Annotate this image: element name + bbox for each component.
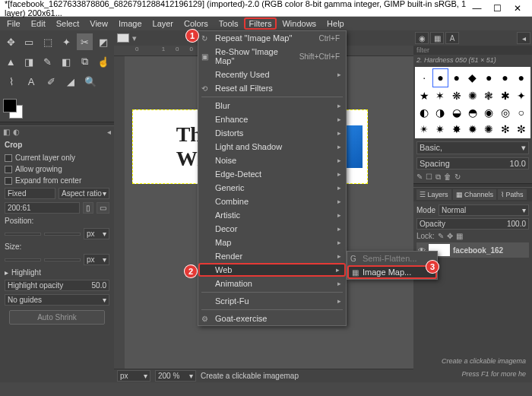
highlight-opacity-slider[interactable]: Highlight opacity50.0 (5, 280, 109, 291)
free-select-tool[interactable]: ⬚ (40, 33, 55, 50)
tool-options: Crop Current layer only Allow growing Ex… (0, 138, 114, 329)
semi-flatten-item[interactable]: GSemi-Flatten... (347, 252, 437, 265)
repeat-item[interactable]: ↻Repeat "Image Map"Ctrl+F (198, 31, 346, 45)
size-w-input[interactable] (5, 258, 41, 261)
reshow-item[interactable]: ▣Re-Show "Image Map"Shift+Ctrl+F (198, 45, 346, 68)
crop-tool[interactable]: ✂ (77, 33, 92, 50)
new-brush-icon[interactable]: ☐ (426, 173, 432, 182)
combine-item[interactable]: Combine▸ (198, 195, 346, 208)
fixed-select[interactable]: Fixed (5, 188, 55, 199)
move-tool[interactable]: ✥ (3, 33, 18, 50)
current-layer-checkbox[interactable] (5, 154, 12, 162)
menu-view[interactable]: View (84, 17, 113, 30)
status-unit[interactable]: px▾ (117, 370, 150, 382)
recent-item[interactable]: Recently Used▸ (198, 68, 346, 81)
allow-grow-checkbox[interactable] (5, 166, 12, 173)
enhance-item[interactable]: Enhance▸ (198, 112, 346, 126)
rect-select-tool[interactable]: ▭ (21, 33, 36, 50)
brush-group-select[interactable]: Basic,▾ (416, 141, 529, 154)
image-tab-menu-icon[interactable]: ▾ (132, 33, 137, 43)
menu-colors[interactable]: Colors (179, 17, 214, 30)
brush-spacing-slider[interactable]: Spacing10.0 (416, 157, 529, 169)
zoom-tool[interactable]: 🔍 (82, 73, 99, 90)
animation-item[interactable]: Animation▸ (198, 277, 346, 290)
decor-item[interactable]: Decor▸ (198, 222, 346, 236)
goat-item[interactable]: ⚙Goat-exercise (198, 312, 346, 325)
menu-tools[interactable]: Tools (214, 17, 244, 30)
expand-center-checkbox[interactable] (5, 177, 12, 185)
edge-item[interactable]: Edge-Detect▸ (198, 167, 346, 181)
light-shadow-item[interactable]: Light and Shadow▸ (198, 140, 346, 154)
ratio-input[interactable]: 200:61 (5, 202, 80, 214)
refresh-brush-icon[interactable]: ↻ (454, 173, 461, 182)
fuzzy-select-tool[interactable]: ✦ (59, 33, 74, 50)
portrait-button[interactable]: ▯ (83, 202, 93, 214)
close-button[interactable]: ✕ (507, 3, 527, 14)
web-item[interactable]: Web▸ (198, 263, 346, 277)
device-tab-icon[interactable]: ◐ (13, 128, 20, 136)
menu-select[interactable]: Select (51, 17, 85, 30)
measure-tool[interactable]: ◢ (62, 73, 79, 90)
menu-image[interactable]: Image (113, 17, 147, 30)
auto-shrink-button[interactable]: Auto Shrink (9, 310, 105, 325)
artistic-item[interactable]: Artistic▸ (198, 208, 346, 222)
size-unit[interactable]: px▾ (84, 254, 109, 265)
path-tool[interactable]: ⌇ (3, 73, 20, 90)
status-zoom[interactable]: 200 %▾ (155, 370, 196, 382)
lock-pixels-icon[interactable]: ✎ (438, 232, 444, 240)
opacity-slider[interactable]: Opacity100.0 (416, 218, 529, 230)
color-swatch[interactable] (0, 96, 114, 122)
menu-windows[interactable]: Windows (277, 17, 321, 30)
smudge-tool[interactable]: ☝ (96, 53, 111, 70)
aspect-select[interactable]: Aspect ratio▾ (59, 188, 109, 199)
patterns-tab[interactable]: ▦ (430, 32, 444, 44)
noise-item[interactable]: Noise▸ (198, 154, 346, 167)
tab-layers[interactable]: ☰ Layers (416, 189, 451, 200)
image-map-item[interactable]: ▦Image Map... (347, 265, 437, 279)
picker-tool[interactable]: ✐ (43, 73, 59, 90)
menu-edit[interactable]: Edit (26, 17, 51, 30)
tab-paths[interactable]: ⌇ Paths (498, 189, 527, 200)
gradient-tool[interactable]: ◨ (21, 53, 36, 70)
lock-alpha-icon[interactable]: ▦ (456, 232, 463, 240)
lock-position-icon[interactable]: ✥ (447, 232, 453, 240)
pos-y-input[interactable] (44, 233, 81, 236)
scriptfu-item[interactable]: Script-Fu▸ (198, 294, 346, 308)
distorts-item[interactable]: Distorts▸ (198, 126, 346, 140)
edit-brush-icon[interactable]: ✎ (416, 173, 423, 182)
del-brush-icon[interactable]: 🗑 (444, 173, 451, 182)
options-tab-icon[interactable]: ◧ (3, 128, 10, 136)
guides-select[interactable]: No guides▾ (5, 294, 109, 306)
tab-channels[interactable]: ▦ Channels (453, 189, 497, 200)
pos-unit[interactable]: px▾ (84, 228, 109, 239)
menu-help[interactable]: Help (321, 17, 350, 30)
minimize-button[interactable]: — (467, 3, 487, 14)
transform-tool[interactable]: ◩ (96, 33, 111, 50)
brush-grid[interactable]: ·●●◆●●● ★✶❋✺❃✱✦ ◐◑◒◓◉◎○ ✴✷✸✹✺✻✼ (415, 67, 530, 138)
pos-x-input[interactable] (5, 233, 41, 236)
maximize-button[interactable]: ☐ (487, 3, 508, 14)
size-h-input[interactable] (44, 258, 81, 261)
tab-menu-icon[interactable]: ◂ (107, 128, 111, 136)
menu-layer[interactable]: Layer (147, 17, 179, 30)
menu-file[interactable]: File (2, 17, 26, 30)
dup-brush-icon[interactable]: ⧉ (435, 173, 441, 182)
generic-item[interactable]: Generic▸ (198, 181, 346, 195)
clone-tool[interactable]: ⧉ (77, 53, 92, 70)
bucket-tool[interactable]: ▲ (3, 53, 18, 70)
map-item[interactable]: Map▸ (198, 236, 346, 249)
render-item[interactable]: Render▸ (198, 249, 346, 263)
blur-item[interactable]: Blur▸ (198, 99, 346, 112)
fonts-tab[interactable]: A (445, 32, 459, 44)
highlight-expand-icon[interactable]: ▸ (5, 268, 8, 277)
menu-filters[interactable]: Filters (244, 17, 277, 30)
dock-menu-icon[interactable]: ◂ (517, 32, 530, 44)
pencil-tool[interactable]: ✎ (40, 53, 55, 70)
text-tool[interactable]: A (23, 73, 40, 90)
reset-item[interactable]: ⟲Reset all Filters (198, 81, 346, 95)
landscape-button[interactable]: ▭ (97, 202, 109, 214)
eraser-tool[interactable]: ◧ (59, 53, 74, 70)
mode-select[interactable]: Normal▾ (439, 204, 529, 216)
image-tab-thumb[interactable] (117, 33, 129, 43)
brushes-tab[interactable]: ◉ (415, 32, 429, 44)
